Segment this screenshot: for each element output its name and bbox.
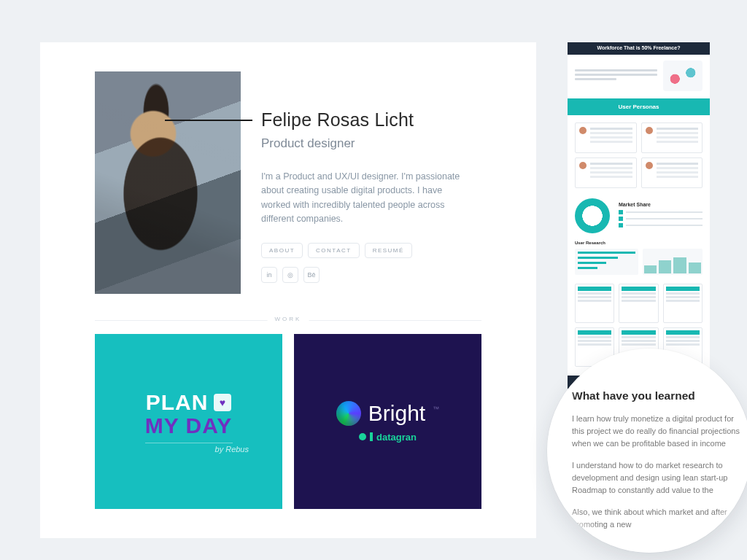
persona-card bbox=[641, 158, 703, 188]
linkedin-icon[interactable]: in bbox=[261, 267, 277, 283]
hero-section: Felipe Rosas Licht Product designer I'm … bbox=[40, 42, 536, 294]
lens-paragraph: I learn how truly monetize a digital pro… bbox=[572, 413, 740, 450]
market-share-row: Market Share bbox=[575, 198, 703, 233]
hero-text: Felipe Rosas Licht Product designer I'm … bbox=[241, 71, 462, 294]
profile-photo bbox=[95, 71, 241, 294]
behance-icon[interactable]: Bē bbox=[303, 267, 320, 283]
social-links: in ◎ Bē bbox=[261, 267, 462, 283]
plan-line1: PLAN ♥ bbox=[146, 390, 232, 415]
bright-subbrand-text: datagran bbox=[376, 432, 417, 443]
case-study-scroll-preview: Workforce That is 50% Freelance? User Pe… bbox=[568, 42, 710, 396]
work-section-divider: WORK bbox=[95, 320, 481, 321]
preview-illustration-icon bbox=[663, 61, 703, 91]
wireframe-card bbox=[575, 284, 614, 323]
plan-separator bbox=[145, 443, 233, 443]
bar-icon bbox=[370, 432, 373, 441]
profile-name: Felipe Rosas Licht bbox=[261, 109, 462, 131]
wireframe-card bbox=[619, 284, 658, 323]
horizontal-bars-icon bbox=[575, 249, 638, 275]
about-link[interactable]: ABOUT bbox=[261, 243, 303, 258]
bright-orb-icon bbox=[336, 401, 361, 426]
zoom-lens: What have you learned I learn how truly … bbox=[547, 349, 747, 553]
plan-line2: MY DAY bbox=[145, 413, 232, 438]
market-share-label: Market Share bbox=[619, 202, 703, 207]
bright-logo-row: Bright ™ bbox=[336, 401, 439, 426]
bar-chart-icon bbox=[643, 249, 703, 275]
persona-card bbox=[575, 122, 637, 153]
preview-intro-text bbox=[575, 69, 657, 82]
plan-word1: PLAN bbox=[146, 390, 209, 415]
preview-top-banner: Workforce That is 50% Freelance? bbox=[568, 42, 710, 55]
contact-link[interactable]: CONTACT bbox=[308, 243, 360, 258]
profile-bio: I'm a Product and UX/UI designer. I'm pa… bbox=[261, 170, 462, 227]
name-connector-line bbox=[165, 120, 252, 121]
trademark-icon: ™ bbox=[433, 405, 439, 413]
market-share-legend: Market Share bbox=[619, 202, 703, 230]
lens-heading: What have you learned bbox=[572, 389, 740, 402]
work-section-label: WORK bbox=[268, 316, 309, 322]
plan-byline: by Rebus bbox=[215, 445, 249, 454]
profile-role: Product designer bbox=[261, 136, 462, 151]
tile-plan-my-day[interactable]: PLAN ♥ MY DAY by Rebus bbox=[95, 334, 282, 509]
resume-link[interactable]: RESUMÉ bbox=[365, 243, 412, 258]
user-research-label: User Research bbox=[575, 241, 703, 245]
calendar-heart-icon: ♥ bbox=[214, 394, 231, 411]
persona-grid bbox=[575, 122, 703, 188]
preview-section-heading: User Personas bbox=[568, 98, 710, 115]
donut-chart-icon bbox=[575, 198, 610, 233]
bright-wordmark: Bright bbox=[368, 401, 425, 426]
lens-paragraph: I understand how to do market research t… bbox=[572, 459, 740, 497]
research-charts-row bbox=[575, 249, 703, 275]
persona-card bbox=[641, 122, 703, 153]
tile-bright[interactable]: Bright ™ datagran bbox=[294, 334, 481, 509]
pinterest-icon[interactable]: ◎ bbox=[282, 267, 298, 283]
preview-intro-row bbox=[575, 61, 703, 91]
bright-subbrand: datagran bbox=[359, 432, 417, 443]
lens-paragraph: Also, we think about which market and af… bbox=[572, 506, 740, 531]
portfolio-main-card: Felipe Rosas Licht Product designer I'm … bbox=[40, 42, 536, 538]
wireframe-card bbox=[663, 284, 703, 323]
work-tiles: PLAN ♥ MY DAY by Rebus Bright ™ datagran bbox=[95, 334, 481, 509]
persona-card bbox=[575, 158, 637, 188]
dot-icon bbox=[359, 433, 366, 440]
nav-links: ABOUT CONTACT RESUMÉ bbox=[261, 243, 462, 258]
